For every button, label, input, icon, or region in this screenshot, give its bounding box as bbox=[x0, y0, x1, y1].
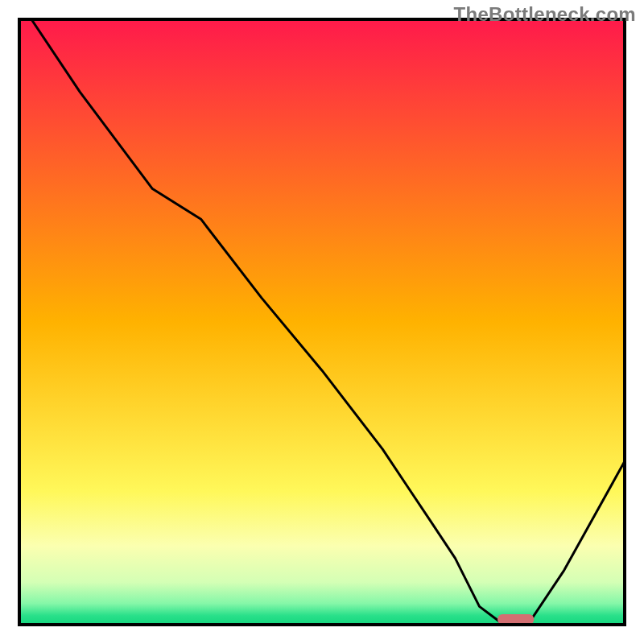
gradient-background bbox=[19, 19, 625, 625]
plot-area bbox=[18, 18, 626, 626]
chart-root: TheBottleneck.com bbox=[0, 0, 644, 644]
plot-svg bbox=[18, 18, 626, 626]
watermark-text: TheBottleneck.com bbox=[454, 3, 636, 26]
